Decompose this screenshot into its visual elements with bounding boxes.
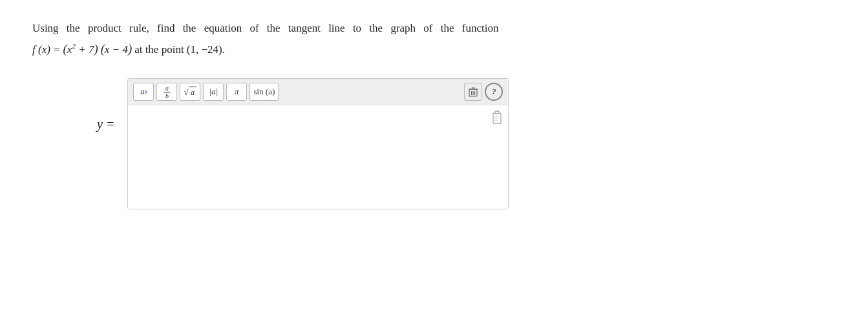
fraction-button[interactable]: a b [156,83,177,101]
sin-label: sin (a) [253,87,275,97]
input-area-container [128,105,508,209]
factor2: (x − 4) [101,39,132,59]
pi-button[interactable]: π [226,83,247,101]
problem-line2: f (x) = (x2 + 7) (x − 4) at the point (1… [32,39,666,59]
sqrt-button[interactable]: √a [180,83,200,101]
problem-line1: Using the product rule, find the equatio… [32,19,666,37]
abs-value-button[interactable]: |a| [203,83,224,101]
paste-icon[interactable] [491,111,503,128]
superscript-button[interactable]: ab [133,83,154,101]
svg-rect-7 [495,111,499,114]
point-text: at the point (1, −24). [134,41,225,58]
answer-label: y = [97,117,114,132]
answer-section: y = ab a b √a |a| [97,78,836,209]
function-label: f (x) = [32,41,61,58]
math-editor: ab a b √a |a| π [127,78,509,209]
delete-button[interactable] [464,83,482,101]
problem-statement: Using the product rule, find the equatio… [32,19,666,59]
help-button[interactable]: ? [485,83,503,101]
math-toolbar: ab a b √a |a| π [128,79,508,105]
math-input-area[interactable] [128,105,508,209]
factor1: (x2 + 7) [63,39,98,59]
sin-button[interactable]: sin (a) [249,83,279,101]
